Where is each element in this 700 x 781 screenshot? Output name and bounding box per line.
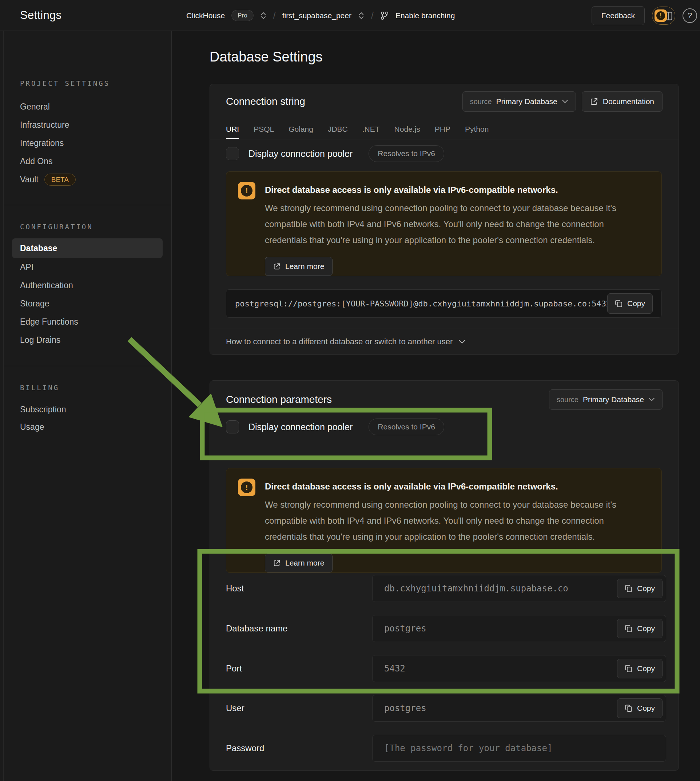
app-title: Settings: [20, 9, 62, 22]
display-connection-pooler-checkbox[interactable]: [226, 421, 239, 434]
resolves-to-ipv6-badge: Resolves to IPv6: [368, 419, 444, 435]
learn-more-button[interactable]: Learn more: [265, 257, 333, 276]
copy-label: Copy: [637, 704, 655, 713]
chevron-down-icon: [648, 397, 655, 402]
enable-branching-button[interactable]: Enable branching: [395, 11, 455, 20]
external-link-icon: [273, 559, 280, 567]
sidebar-item-edge-functions[interactable]: Edge Functions: [20, 313, 78, 331]
sidebar-item-api[interactable]: API: [20, 258, 33, 276]
host-value: db.cxhygiuitamxhniiddjm.supabase.co: [384, 583, 654, 594]
tab-jdbc[interactable]: JDBC: [328, 119, 348, 139]
learn-more-button[interactable]: Learn more: [265, 554, 333, 572]
sidebar-item-vault[interactable]: Vault BETA: [20, 170, 76, 189]
git-branch-icon: [380, 11, 389, 20]
password-placeholder: [The password for your database]: [384, 743, 654, 753]
warning-title: Direct database access is only available…: [265, 185, 629, 195]
project-selector-icon[interactable]: [358, 11, 365, 20]
connection-string-tabs: URI PSQL Golang JDBC .NET Node.js PHP Py…: [210, 119, 678, 139]
sidebar-item-authentication[interactable]: Authentication: [20, 276, 73, 294]
warning-body-text: We strongly recommend using connection p…: [265, 200, 629, 248]
copy-icon: [625, 664, 633, 673]
connect-help-expander[interactable]: How to connect to a different database o…: [210, 329, 678, 354]
beta-badge: BETA: [44, 174, 76, 185]
copy-icon: [625, 584, 633, 592]
sidebar-item-infrastructure[interactable]: Infrastructure: [20, 116, 70, 134]
display-connection-pooler-checkbox[interactable]: [226, 147, 239, 160]
chevron-down-icon: [458, 340, 466, 344]
param-row-database-name: Database name postgres Copy: [226, 615, 666, 642]
plan-badge: Pro: [232, 10, 253, 21]
user-value: postgres: [384, 703, 654, 713]
sidebar-item-subscription[interactable]: Subscription: [20, 401, 66, 419]
ipv6-warning-banner: ! Direct database access is only availab…: [226, 468, 662, 573]
tab-php[interactable]: PHP: [435, 119, 450, 139]
org-selector-icon[interactable]: [260, 11, 267, 20]
alert-badge-icon: !: [655, 10, 667, 22]
source-label: source: [557, 396, 578, 404]
host-field[interactable]: db.cxhygiuitamxhniiddjm.supabase.co Copy: [372, 575, 666, 602]
copy-icon: [615, 300, 623, 307]
learn-more-label: Learn more: [285, 559, 324, 567]
help-icon[interactable]: ?: [683, 8, 697, 23]
section-heading-project-settings: PROJECT SETTINGS: [20, 79, 110, 87]
sidebar-item-storage[interactable]: Storage: [20, 294, 50, 313]
copy-database-name-button[interactable]: Copy: [617, 619, 663, 638]
breadcrumb: ClickHouse Pro / first_supabase_peer / E…: [186, 0, 455, 31]
top-bar-actions: Feedback ! ?: [592, 0, 700, 31]
connection-parameters-card: Connection parameters source Primary Dat…: [210, 380, 679, 771]
param-row-password: Password [The password for your database…: [226, 735, 666, 762]
copy-label: Copy: [637, 584, 655, 593]
password-field[interactable]: [The password for your database]: [372, 735, 666, 762]
alert-icon: !: [238, 182, 255, 199]
sidebar-item-integrations[interactable]: Integrations: [20, 134, 64, 152]
source-value: Primary Database: [496, 97, 557, 106]
learn-more-label: Learn more: [285, 262, 324, 271]
ipv6-warning-banner: ! Direct database access is only availab…: [226, 172, 662, 276]
external-link-icon: [273, 263, 280, 270]
breadcrumb-project[interactable]: first_supabase_peer: [282, 11, 352, 20]
database-name-field[interactable]: postgres Copy: [372, 615, 666, 642]
source-select[interactable]: source Primary Database: [462, 91, 576, 112]
copy-host-button[interactable]: Copy: [617, 579, 663, 598]
source-select[interactable]: source Primary Database: [549, 389, 663, 410]
param-row-host: Host db.cxhygiuitamxhniiddjm.supabase.co…: [226, 575, 666, 602]
tab-nodejs[interactable]: Node.js: [394, 119, 420, 139]
copy-user-button[interactable]: Copy: [617, 698, 663, 718]
sidebar-item-label: Vault: [20, 170, 38, 189]
breadcrumb-separator: /: [273, 10, 276, 21]
copy-port-button[interactable]: Copy: [617, 659, 663, 678]
source-value: Primary Database: [583, 395, 644, 404]
copy-label: Copy: [637, 664, 655, 673]
tab-python[interactable]: Python: [465, 119, 488, 139]
connection-uri-text: postgresql://postgres:[YOUR-PASSWORD]@db…: [235, 299, 607, 308]
database-name-value: postgres: [384, 623, 654, 634]
notifications-button[interactable]: !: [652, 7, 675, 25]
tab-uri[interactable]: URI: [226, 119, 239, 139]
top-bar: Settings ClickHouse Pro / first_supabase…: [0, 0, 700, 31]
sidebar-item-usage[interactable]: Usage: [20, 418, 44, 436]
sidebar-item-general[interactable]: General: [20, 98, 50, 116]
connection-uri-box: postgresql://postgres:[YOUR-PASSWORD]@db…: [226, 289, 662, 318]
tab-dotnet[interactable]: .NET: [362, 119, 380, 139]
copy-uri-button[interactable]: Copy: [607, 293, 653, 314]
resolves-to-ipv6-badge: Resolves to IPv6: [368, 145, 444, 162]
settings-sidebar: PROJECT SETTINGS General Infrastructure …: [0, 31, 172, 781]
warning-body-text: We strongly recommend using connection p…: [265, 497, 629, 545]
param-row-port: Port 5432 Copy: [226, 655, 666, 682]
sidebar-item-add-ons[interactable]: Add Ons: [20, 152, 53, 170]
port-field[interactable]: 5432 Copy: [372, 655, 666, 682]
connection-parameters-title: Connection parameters: [226, 394, 332, 406]
documentation-button[interactable]: Documentation: [582, 91, 663, 112]
sidebar-item-log-drains[interactable]: Log Drains: [20, 331, 60, 349]
feedback-button[interactable]: Feedback: [592, 6, 645, 25]
copy-icon: [625, 704, 633, 712]
documentation-label: Documentation: [603, 97, 654, 106]
user-field[interactable]: postgres Copy: [372, 695, 666, 722]
copy-label: Copy: [627, 299, 645, 308]
sidebar-item-database[interactable]: Database: [12, 239, 163, 258]
tab-golang[interactable]: Golang: [288, 119, 313, 139]
section-heading-billing: BILLING: [20, 384, 59, 392]
tab-psql[interactable]: PSQL: [253, 119, 274, 139]
page-title: Database Settings: [210, 49, 323, 65]
breadcrumb-org[interactable]: ClickHouse: [186, 11, 225, 20]
